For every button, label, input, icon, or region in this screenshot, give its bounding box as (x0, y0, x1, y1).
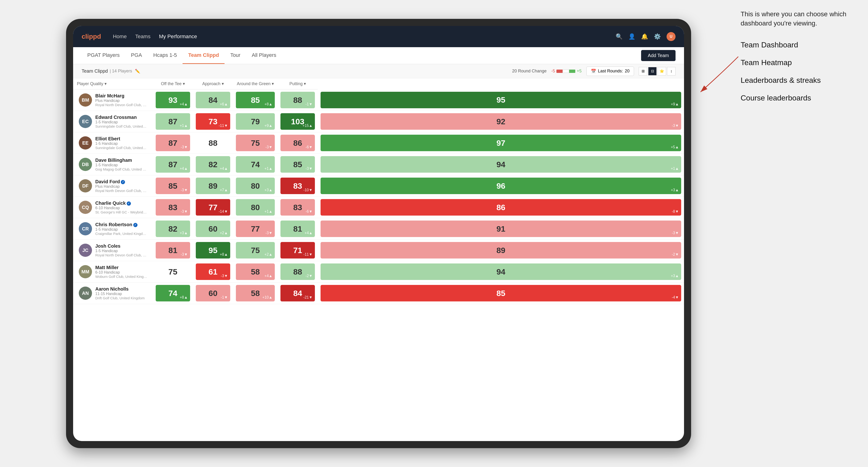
score-value-cell: 85 -3▼ (156, 178, 190, 194)
table-row: CR Chris Robertson✓ 1-5 Handicap Craigmi… (73, 218, 684, 240)
score-change: -6▼ (305, 210, 312, 214)
score-cell: 85 -4▼ (318, 283, 684, 304)
user-avatar[interactable]: U (666, 32, 676, 41)
score-change: +15▲ (302, 124, 312, 128)
score-main: 73 (209, 117, 217, 126)
score-main: 74 (168, 289, 177, 298)
col-header-player: Player Quality ▾ (73, 78, 153, 89)
player-hcp: 6-10 Handicap (95, 206, 147, 210)
score-change: +3▲ (180, 231, 188, 235)
score-change: +1▲ (180, 124, 188, 128)
score-cell: 92 -3▼ (318, 111, 684, 132)
score-value-cell: 74 +1▲ (236, 156, 275, 173)
sub-nav-item-all-players[interactable]: All Players (246, 47, 282, 64)
score-change: -3▼ (181, 252, 188, 257)
score-value-cell: 60 -1▼ (196, 285, 230, 302)
bell-icon[interactable]: 🔔 (641, 33, 648, 40)
score-cell: 97 +5▲ (318, 132, 684, 154)
score-change: -11▼ (303, 252, 312, 257)
view-list-button[interactable]: ↕ (667, 67, 676, 75)
score-cell: 84 +6▲ (193, 89, 233, 111)
score-main: 79 (251, 117, 260, 126)
score-value-cell: 75 -3▼ (236, 135, 275, 151)
score-value-cell: 94 +1▲ (320, 156, 681, 173)
sub-nav-item-pgat-players[interactable]: PGAT Players (82, 47, 125, 64)
add-team-button[interactable]: Add Team (641, 50, 676, 61)
view-heatmap-button[interactable]: ⊟ (648, 67, 657, 75)
player-cell[interactable]: AN Aaron Nicholls 11-15 Handicap Drift G… (73, 283, 153, 304)
player-name: Edward Crossman (95, 115, 147, 120)
sub-nav-item-team-clippd[interactable]: Team Clippd (183, 47, 224, 64)
player-avatar: CR (79, 222, 92, 236)
table-row: MM Matt Miller 6-10 Handicap Woburn Golf… (73, 261, 684, 283)
team-bar: Team Clippd | 14 Players ✏️ 20 Round Cha… (73, 64, 684, 78)
player-cell[interactable]: CR Chris Robertson✓ 1-5 Handicap Craigmi… (73, 218, 153, 240)
calendar-icon: 📅 (591, 69, 596, 74)
nav-home[interactable]: Home (113, 33, 127, 40)
tablet-screen: clippd Home Teams My Performance 🔍 👤 🔔 ⚙… (73, 26, 684, 441)
player-cell[interactable]: EC Edward Crossman 1-5 Handicap Sunningd… (73, 111, 153, 132)
edit-icon[interactable]: ✏️ (135, 69, 140, 74)
settings-icon[interactable]: ⚙️ (654, 33, 661, 40)
score-value-cell: 87 +1▲ (156, 113, 190, 130)
nav-teams[interactable]: Teams (135, 33, 151, 40)
player-hcp: 6-10 Handicap (95, 270, 147, 275)
player-avatar: JC (79, 244, 92, 257)
score-main: 89 (497, 246, 505, 255)
sub-nav-items: PGAT PlayersPGAHcaps 1-5Team ClippdTourA… (82, 47, 282, 64)
score-cell: 83 -10▼ (278, 175, 318, 197)
sub-nav-item-tour[interactable]: Tour (224, 47, 246, 64)
player-cell[interactable]: DB Dave Billingham 1-5 Handicap Gog Mago… (73, 154, 153, 175)
player-cell[interactable]: MM Matt Miller 6-10 Handicap Woburn Golf… (73, 261, 153, 283)
score-cell: 83 -6▼ (278, 197, 318, 218)
table-row: AN Aaron Nicholls 11-15 Handicap Drift G… (73, 283, 684, 304)
score-cell: 94 +1▲ (318, 154, 684, 175)
score-main: 94 (497, 267, 505, 276)
search-icon[interactable]: 🔍 (616, 33, 623, 40)
player-club: Royal North Devon Golf Club, United King… (95, 189, 147, 193)
score-cell: 75 (153, 261, 193, 283)
last-rounds-button[interactable]: 📅 Last Rounds: 20 (586, 66, 634, 76)
sub-nav-item-hcaps-1-5[interactable]: Hcaps 1-5 (148, 47, 183, 64)
score-cell: 82 +3▲ (153, 218, 193, 240)
player-avatar: BM (79, 93, 92, 106)
score-change: +3▲ (265, 188, 272, 192)
score-value-cell: 89 -2▼ (320, 242, 681, 258)
score-cell: 85 -3▼ (153, 175, 193, 197)
score-cell: 87 -3▼ (153, 132, 193, 154)
score-cell: 61 -3▼ (193, 261, 233, 283)
last-rounds-val: 20 (625, 69, 629, 73)
score-change: +9▲ (671, 102, 679, 106)
player-cell[interactable]: DF David Ford✓ Plus Handicap Royal North… (73, 175, 153, 197)
score-cell: 77 -3▼ (233, 218, 278, 240)
nav-my-performance[interactable]: My Performance (159, 33, 197, 40)
player-cell[interactable]: JC Josh Coles 1-5 Handicap Royal North D… (73, 240, 153, 261)
score-change: +4▲ (265, 274, 272, 278)
player-info: Chris Robertson✓ 1-5 Handicap Craigmilla… (95, 222, 147, 236)
score-change: +3▲ (671, 188, 679, 192)
score-main: 81 (293, 224, 302, 234)
annotation-list-item: Team Heatmap (741, 57, 854, 68)
view-grid-button[interactable]: ⊞ (639, 67, 647, 75)
view-star-button[interactable]: ⭐ (658, 67, 666, 75)
score-main: 92 (497, 117, 505, 126)
player-cell[interactable]: BM Blair McHarg Plus Handicap Royal Nort… (73, 89, 153, 111)
player-hcp: 1-5 Handicap (95, 120, 147, 124)
player-cell[interactable]: CQ Charlie Quick✓ 6-10 Handicap St. Geor… (73, 197, 153, 218)
score-cell: 81 +4▲ (278, 218, 318, 240)
score-main: 58 (251, 267, 260, 276)
score-value-cell: 97 +5▲ (320, 135, 681, 151)
person-icon[interactable]: 👤 (628, 33, 636, 40)
score-main: 97 (497, 138, 505, 148)
score-change: +10▲ (262, 295, 272, 300)
score-change: -10▼ (303, 188, 312, 192)
score-main: 87 (168, 160, 177, 169)
score-main: 88 (293, 96, 302, 105)
score-value-cell: 83 -3▼ (156, 199, 190, 216)
score-cell: 58 +4▲ (233, 261, 278, 283)
sub-nav-item-pga[interactable]: PGA (125, 47, 148, 64)
score-change: -3▼ (181, 145, 188, 149)
table-row: JC Josh Coles 1-5 Handicap Royal North D… (73, 240, 684, 261)
score-change: -3▼ (672, 231, 679, 235)
player-cell[interactable]: EE Elliot Ebert 1-5 Handicap Sunningdale… (73, 132, 153, 154)
